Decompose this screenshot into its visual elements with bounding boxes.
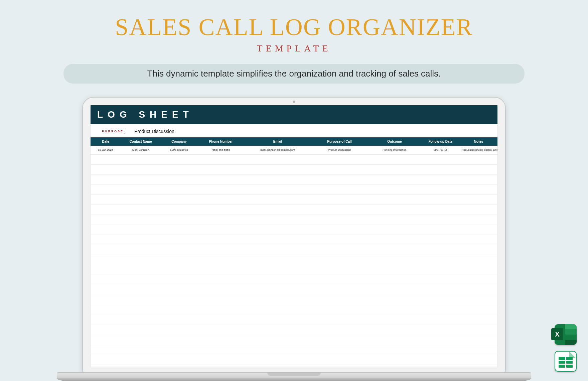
camera-dot-icon [293,101,295,103]
cell-date: 10-Jan-2024 [91,146,121,154]
col-outcome: Outcome [368,137,421,146]
cell-email: mark.johnson@example.com [244,146,311,154]
cell-followup: 2024-01-15 [421,146,460,154]
cell-purpose: Product Discussion [311,146,368,154]
purpose-row: PURPOSE: Product Discussion [91,124,497,137]
purpose-value: Product Discussion [134,129,174,134]
col-phone: Phone Number [197,137,244,146]
col-date: Date [91,137,121,146]
column-header-row: Date Contact Name Company Phone Number E… [91,137,497,146]
laptop-base [57,372,531,381]
table-row: 10-Jan-2024 Mark Johnson LMN Industries … [91,146,497,154]
spreadsheet-viewport: LOG SHEET PURPOSE: Product Discussion Da… [90,105,498,367]
excel-icon[interactable]: X [555,324,577,345]
laptop-screen: LOG SHEET PURPOSE: Product Discussion Da… [82,97,506,374]
col-email: Email [244,137,311,146]
google-sheets-icon[interactable] [555,351,577,372]
excel-letter: X [551,328,563,340]
laptop-mockup: LOG SHEET PURPOSE: Product Discussion Da… [82,97,506,381]
file-format-icons: X [555,324,577,372]
cell-contact: Mark Johnson [121,146,161,154]
col-company: Company [161,137,197,146]
cell-company: LMN Industries [161,146,197,154]
col-followup: Follow-up Date [421,137,460,146]
purpose-label: PURPOSE: [102,130,126,133]
description-pill: This dynamic template simplifies the org… [63,64,525,84]
cell-notes: Requested pricing details, awaiting resp… [460,146,497,154]
col-contact: Contact Name [121,137,161,146]
empty-gridlines [91,154,497,367]
page-title: SALES CALL LOG ORGANIZER [0,13,588,41]
page-subtitle: TEMPLATE [0,43,588,54]
cell-phone: (555) 555-5555 [197,146,244,154]
cell-outcome: Pending Information [368,146,421,154]
col-purpose: Purpose of Call [311,137,368,146]
trackpad-notch-icon [267,373,321,376]
sheet-title-bar: LOG SHEET [91,105,497,124]
col-notes: Notes [460,137,497,146]
